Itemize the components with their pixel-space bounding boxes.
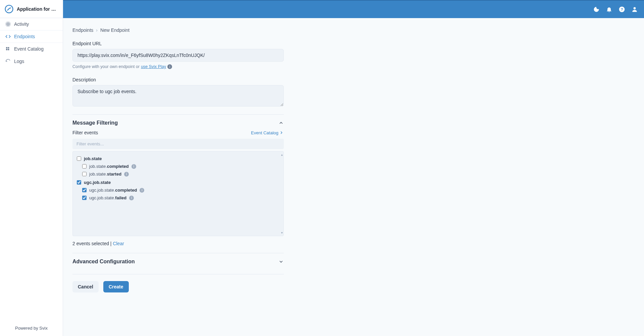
selected-summary: 2 events selected | Clear xyxy=(72,241,284,246)
event-checkbox[interactable] xyxy=(77,180,81,185)
description-label: Description xyxy=(72,77,284,82)
sidebar-item-endpoints[interactable]: Endpoints xyxy=(0,30,63,43)
sidebar-item-label: Logs xyxy=(14,59,24,64)
chevron-down-icon xyxy=(278,259,284,264)
sidebar-item-label: Endpoints xyxy=(14,34,35,39)
info-icon[interactable]: i xyxy=(124,172,129,177)
user-icon[interactable] xyxy=(631,6,638,13)
advanced-config-header[interactable]: Advanced Configuration xyxy=(72,253,284,267)
topbar: Application for Mov… ? xyxy=(0,0,644,18)
chevron-right-icon: › xyxy=(96,27,98,33)
event-item-label: ugc.job.state.completed xyxy=(89,188,137,193)
activity-icon xyxy=(5,21,11,27)
cancel-button[interactable]: Cancel xyxy=(72,281,99,292)
endpoint-url-input[interactable] xyxy=(72,49,284,62)
description-input[interactable] xyxy=(72,85,284,107)
event-item-label: job.state.completed xyxy=(89,164,129,169)
event-checkbox[interactable] xyxy=(82,188,87,192)
svg-rect-10 xyxy=(8,49,9,50)
scroll-down-icon: ▾ xyxy=(281,231,283,234)
svg-rect-9 xyxy=(6,49,7,50)
url-label: Endpoint URL xyxy=(72,41,284,46)
info-icon[interactable]: i xyxy=(140,188,144,193)
section-title: Advanced Configuration xyxy=(72,259,135,265)
svg-rect-7 xyxy=(6,47,7,49)
topbar-left: Application for Mov… xyxy=(0,0,63,18)
svix-play-link[interactable]: use Svix Play xyxy=(141,64,166,69)
event-group[interactable]: ugc.job.state xyxy=(77,179,279,186)
info-icon[interactable]: i xyxy=(129,196,134,200)
event-checkbox[interactable] xyxy=(77,156,81,161)
logo-icon xyxy=(5,5,13,13)
event-item[interactable]: job.state.completedi xyxy=(77,162,279,170)
event-catalog-link[interactable]: Event Catalog xyxy=(251,130,284,135)
dark-mode-icon[interactable] xyxy=(593,6,600,13)
event-checkbox[interactable] xyxy=(82,196,87,200)
event-item[interactable]: ugc.job.state.failedi xyxy=(77,194,279,202)
catalog-link-text: Event Catalog xyxy=(251,130,278,135)
sidebar-item-event-catalog[interactable]: Event Catalog xyxy=(0,43,63,55)
url-helper: Configure with your own endpoint or use … xyxy=(72,64,284,69)
section-title: Message Filtering xyxy=(72,120,118,126)
app-title: Application for Mov… xyxy=(17,6,58,12)
breadcrumb-current: New Endpoint xyxy=(100,27,129,33)
svg-point-3 xyxy=(634,7,636,9)
filter-events-input[interactable] xyxy=(72,139,284,149)
breadcrumb-parent[interactable]: Endpoints xyxy=(72,27,93,33)
filter-events-label: Filter events xyxy=(72,130,98,135)
event-group[interactable]: job.state xyxy=(77,155,279,162)
event-item-label: ugc.job.state.failed xyxy=(89,195,126,200)
event-item-label: job.state.started xyxy=(89,172,121,177)
refresh-icon xyxy=(5,59,11,64)
message-filtering-header[interactable]: Message Filtering xyxy=(72,115,284,129)
svg-point-4 xyxy=(7,23,9,25)
sidebar-item-activity[interactable]: Activity xyxy=(0,18,63,30)
catalog-icon xyxy=(5,46,11,52)
topbar-right: ? xyxy=(63,0,644,18)
event-item[interactable]: ugc.job.state.completedi xyxy=(77,186,279,194)
help-icon[interactable]: ? xyxy=(619,6,625,13)
svg-text:?: ? xyxy=(621,7,623,11)
sidebar-item-label: Event Catalog xyxy=(14,46,44,52)
bell-icon[interactable] xyxy=(606,6,612,13)
sidebar: Activity Endpoints Event Catalog Logs xyxy=(0,18,63,336)
svg-point-5 xyxy=(6,22,9,25)
scroll-up-icon: ▴ xyxy=(281,153,283,156)
url-helper-text: Configure with your own endpoint or xyxy=(72,64,140,69)
sidebar-footer: Powered by Svix xyxy=(0,320,63,336)
breadcrumb: Endpoints › New Endpoint xyxy=(72,27,284,33)
clear-link[interactable]: Clear xyxy=(113,241,124,246)
event-group-label: job.state xyxy=(84,156,102,161)
selected-count: 2 events selected xyxy=(72,241,109,246)
sidebar-item-label: Activity xyxy=(14,21,29,27)
svg-rect-8 xyxy=(8,47,9,49)
event-checkbox[interactable] xyxy=(82,172,87,176)
info-icon[interactable]: i xyxy=(167,64,172,69)
button-bar: Cancel Create xyxy=(72,274,284,292)
create-button[interactable]: Create xyxy=(103,281,129,292)
content: Endpoints › New Endpoint Endpoint URL Co… xyxy=(63,18,644,336)
sidebar-item-logs[interactable]: Logs xyxy=(0,55,63,68)
event-group-label: ugc.job.state xyxy=(84,180,111,185)
event-checkbox[interactable] xyxy=(82,164,87,169)
code-icon xyxy=(5,34,11,39)
event-item[interactable]: job.state.startedi xyxy=(77,170,279,178)
chevron-up-icon xyxy=(278,120,284,126)
info-icon[interactable]: i xyxy=(131,164,136,169)
events-list: ▴ ▾ job.statejob.state.completedijob.sta… xyxy=(72,151,284,236)
